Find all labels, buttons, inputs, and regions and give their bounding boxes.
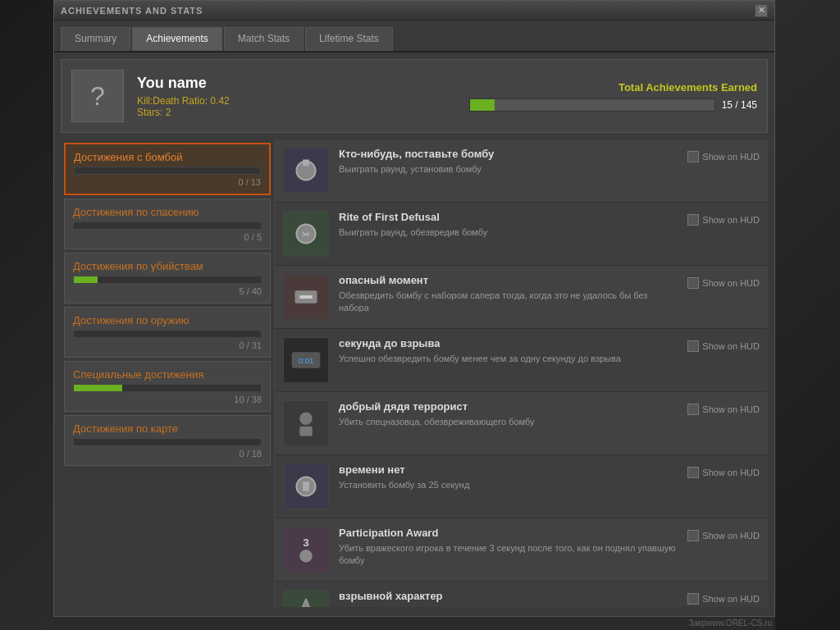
achievement-title-7: взрывной характер [339,590,678,602]
achievement-info-0: Кто-нибудь, поставьте бомбу Выиграть рау… [339,148,678,176]
svg-text:✂: ✂ [302,230,310,240]
tabs-bar: Summary Achievements Match Stats Lifetim… [54,21,774,52]
svg-rect-2 [303,160,309,167]
achievements-panel[interactable]: Кто-нибудь, поставьте бомбу Выиграть рау… [274,139,768,607]
kd-ratio: Kill:Death Ratio: 0.42 [137,95,230,107]
achievement-desc-4: Убить спецназовца, обезвреживающего бомб… [339,416,678,428]
achievement-info-7: взрывной характер Убить 5 игроков взрыво… [339,590,678,607]
show-hud-0[interactable]: Show on HUD [687,148,760,162]
achievement-thumb-0 [283,148,329,194]
category-count: 0 / 5 [73,232,262,242]
show-hud-label-7: Show on HUD [702,594,760,604]
achievement-title-5: времени нет [339,463,678,476]
achievement-info-2: опасный момент Обезвредить бомбу с набор… [339,274,678,315]
svg-rect-8 [299,295,312,299]
category-name: Достижения с бомбой [74,151,261,163]
show-hud-label-3: Show on HUD [702,341,760,351]
svg-rect-14 [299,427,312,436]
hud-checkbox-1[interactable] [687,214,699,226]
show-hud-5[interactable]: Show on HUD [687,463,760,478]
show-hud-1[interactable]: Show on HUD [687,211,760,226]
show-hud-label-5: Show on HUD [702,468,760,477]
category-item-1[interactable]: Достижения по спасению 0 / 5 [64,199,271,249]
stars-count: Stars: 2 [137,107,230,118]
achievement-item-7: взрывной характер Убить 5 игроков взрыво… [275,582,768,607]
category-progress-bar [74,167,261,175]
show-hud-6[interactable]: Show on HUD [687,527,760,541]
tab-lifetime-stats[interactable]: Lifetime Stats [305,27,393,51]
hud-checkbox-2[interactable] [687,277,699,289]
hud-checkbox-0[interactable] [687,151,699,162]
category-count: 5 / 40 [73,286,262,296]
achievement-item-4: добрый дядя террорист Убить спецназовца,… [275,392,768,455]
avatar: ? [71,70,124,122]
main-window: ACHIEVEMENTS AND STATS ✕ Summary Achieve… [53,0,775,617]
show-hud-label-0: Show on HUD [702,152,760,162]
achievement-item-2: опасный момент Обезвредить бомбу с набор… [275,266,768,329]
achievement-desc-3: Успешно обезвредить бомбу менее чем за о… [339,353,678,365]
total-progress-fill [470,99,495,111]
tab-achievements[interactable]: Achievements [132,27,221,51]
title-bar: ACHIEVEMENTS AND STATS ✕ [54,1,774,21]
achievement-thumb-5 [283,463,329,509]
hud-checkbox-4[interactable] [687,404,699,415]
category-item-2[interactable]: Достижения по убийствам 5 / 40 [64,253,271,304]
profile-area: ? You name Kill:Death Ratio: 0.42 Stars:… [61,59,768,133]
achievement-desc-1: Выиграть раунд, обезвредив бомбу [339,226,678,239]
tab-summary[interactable]: Summary [61,27,130,51]
profile-info: You name Kill:Death Ratio: 0.42 Stars: 2 [137,75,230,118]
category-progress-bar [73,221,262,230]
category-name: Достижения по спасению [73,206,262,218]
achievement-title-1: Rite of First Defusal [339,211,678,223]
profile-name: You name [137,75,230,92]
hud-checkbox-6[interactable] [687,530,699,541]
bottom-text: Закрwww.OREL-CS.ru [688,619,772,628]
tab-match-stats[interactable]: Match Stats [224,27,304,51]
category-item-0[interactable]: Достижения с бомбой 0 / 13 [64,143,271,195]
show-hud-label-4: Show on HUD [702,404,760,414]
content-area: Достижения с бомбой 0 / 13 Достижения по… [61,139,768,607]
achievement-desc-0: Выиграть раунд, установив бомбу [339,163,678,176]
svg-point-20 [299,550,312,562]
achievement-item-0: Кто-нибудь, поставьте бомбу Выиграть рау… [275,139,768,203]
show-hud-2[interactable]: Show on HUD [687,274,760,289]
hud-checkbox-3[interactable] [687,340,699,352]
category-count: 0 / 13 [74,177,261,187]
category-progress-bar [73,384,262,392]
hud-checkbox-7[interactable] [687,593,699,605]
category-progress-fill [74,276,98,283]
svg-point-13 [299,413,312,425]
category-count: 0 / 31 [73,340,262,350]
category-progress-bar [73,276,262,284]
close-button[interactable]: ✕ [755,4,768,17]
show-hud-4[interactable]: Show on HUD [687,400,760,415]
hud-checkbox-5[interactable] [687,467,699,478]
achievement-item-5: времени нет Установить бомбу за 25 секун… [275,455,768,518]
categories-panel: Достижения с бомбой 0 / 13 Достижения по… [61,139,274,607]
achievement-thumb-1: ✂ [283,211,329,257]
achievement-thumb-2 [283,274,329,320]
category-count: 10 / 38 [73,395,262,404]
svg-rect-17 [303,482,309,491]
achievements-total: Total Achievements Earned 15 / 145 [469,81,757,112]
category-progress-bar [73,330,262,338]
achievement-thumb-6: 3 [283,527,329,573]
category-name: Достижения по карте [73,422,262,435]
category-name: Достижения по убийствам [73,260,262,272]
show-hud-label-1: Show on HUD [702,215,760,225]
total-progress-bar [469,98,715,112]
achievement-info-5: времени нет Установить бомбу за 25 секун… [339,463,678,491]
category-item-5[interactable]: Достижения по карте 0 / 18 [64,415,271,466]
category-progress-fill [74,385,122,391]
achievements-label: Total Achievements Earned [469,81,757,94]
achievement-title-0: Кто-нибудь, поставьте бомбу [339,148,678,160]
category-item-3[interactable]: Достижения по оружию 0 / 31 [64,307,271,358]
achievement-thumb-4 [283,400,329,446]
achievement-title-2: опасный момент [339,274,678,286]
achievement-item-6: 3 Participation Award Убить вражеского и… [275,518,768,582]
achievement-info-6: Participation Award Убить вражеского игр… [339,527,678,568]
achievement-title-4: добрый дядя террорист [339,400,678,413]
show-hud-7[interactable]: Show on HUD [687,590,760,605]
category-item-4[interactable]: Специальные достижения 10 / 38 [64,361,271,412]
show-hud-3[interactable]: Show on HUD [687,337,760,352]
